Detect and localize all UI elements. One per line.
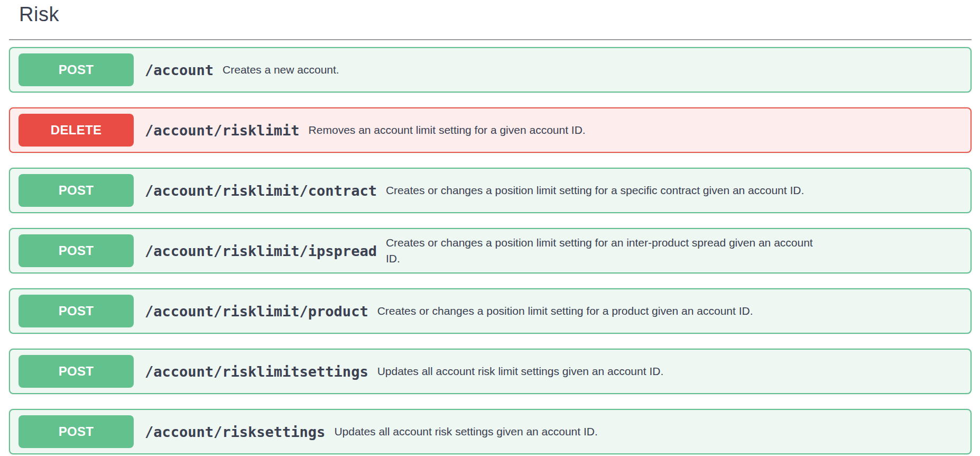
endpoint-row[interactable]: DELETE /account/risklimit Removes an acc… [9,107,972,153]
endpoint-row[interactable]: POST /account/risklimit/contract Creates… [9,168,972,213]
endpoint-row[interactable]: POST /account/risklimit/ipspread Creates… [9,228,972,273]
endpoint-description: Creates or changes a position limit sett… [386,183,804,198]
method-badge: POST [19,415,134,448]
endpoint-row[interactable]: POST /account/risklimit/product Creates … [9,288,972,334]
endpoint-list: POST /account Creates a new account. DEL… [9,47,972,454]
endpoint-path: /account/risklimit/product [145,303,368,320]
endpoint-description: Updates all account risk settings given … [334,424,597,440]
endpoint-path: /account [145,62,214,78]
section-divider [9,39,972,40]
method-badge: POST [19,53,134,86]
method-badge: POST [19,355,134,388]
endpoint-description: Creates or changes a position limit sett… [377,303,753,319]
endpoint-row[interactable]: POST /account/risksettings Updates all a… [9,409,972,454]
method-badge: DELETE [19,114,134,147]
method-badge: POST [19,295,134,327]
endpoint-description: Creates a new account. [223,62,339,78]
endpoint-description: Creates or changes a position limit sett… [386,235,819,267]
endpoint-path: /account/risklimit [145,122,300,139]
endpoint-description: Updates all account risk limit settings … [377,363,664,379]
method-badge: POST [19,234,134,267]
endpoint-row[interactable]: POST /account Creates a new account. [9,47,972,93]
endpoint-path: /account/risklimit/contract [145,183,377,199]
method-badge: POST [19,174,134,207]
endpoint-description: Removes an account limit setting for a g… [309,122,586,138]
endpoint-row[interactable]: POST /account/risklimitsettings Updates … [9,349,972,394]
section-title-risk[interactable]: Risk [0,0,980,26]
endpoint-path: /account/risklimit/ipspread [145,243,377,259]
endpoint-path: /account/risklimitsettings [145,363,368,380]
endpoint-path: /account/risksettings [145,424,325,440]
